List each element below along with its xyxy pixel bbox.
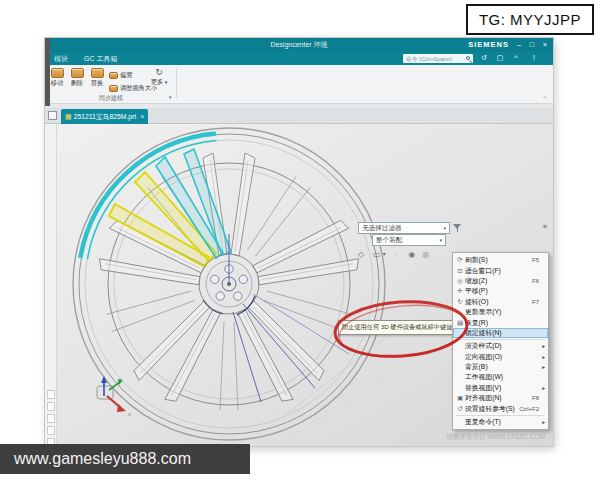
rectangle-select-dropdown-icon[interactable]: ▾ — [383, 249, 386, 260]
menu-shortcut: F6 — [532, 278, 539, 284]
replace-face-icon — [91, 68, 104, 78]
menu-shortcut: Ctrl+F2 — [519, 406, 539, 412]
pan-icon: ✛ — [455, 287, 465, 295]
menu-label: 重复命令(T) — [465, 417, 536, 427]
menu-label: 缩放(Z) — [465, 276, 529, 286]
tab-module[interactable]: 模块 — [49, 52, 73, 65]
chevron-down-icon: ▾ — [443, 225, 446, 231]
menu-item-work-view[interactable]: 工作视图(W) — [453, 372, 548, 382]
move-face-label: 移动 — [48, 79, 66, 88]
menu-shortcut: F8 — [532, 395, 539, 401]
submenu-arrow-icon: ▸ — [539, 354, 545, 360]
menu-label: 定向视图(O) — [465, 352, 536, 362]
alert-icon[interactable]: ! — [529, 54, 539, 61]
submenu-arrow-icon: ▸ — [539, 385, 545, 391]
offset-label: 偏置 — [120, 71, 132, 80]
more-icon: ↻ — [149, 67, 169, 78]
menu-item-align-view[interactable]: ▣ 对齐视图(N) F8 — [453, 393, 548, 403]
search-icon — [466, 56, 470, 60]
more-label: 更多 — [151, 78, 163, 85]
menu-item-repeat-command[interactable]: 重复命令(T) ▸ — [453, 417, 548, 427]
sphere-tool-icon-2[interactable]: ◎ — [422, 249, 429, 260]
menu-label: 旋转(O) — [465, 297, 529, 307]
orientation-triad[interactable]: x — [97, 376, 131, 417]
move-face-button[interactable]: 移动 — [48, 67, 66, 97]
menu-item-set-rotation-reference[interactable]: ↺ 设置旋转参考(S) Ctrl+F2 — [453, 403, 548, 413]
app-window: Designcenter 环境 SIEMENS – □ × 模块 GC 工具箱 … — [45, 38, 553, 446]
menu-label: 背景(B) — [465, 362, 536, 372]
filter-icon[interactable] — [452, 222, 462, 234]
delete-face-button[interactable]: 删除 — [68, 67, 86, 97]
history-icon[interactable]: ↺ — [479, 54, 489, 62]
close-button[interactable]: × — [539, 39, 551, 51]
menu-label: 渲染样式(D) — [465, 341, 536, 351]
part-tab-close-icon[interactable]: × — [140, 113, 144, 120]
group-label-synchronous-modeling: 同步建模 — [53, 94, 169, 103]
menu-item-refresh[interactable]: ⟳ 刷新(S) F5 — [453, 255, 548, 265]
part-tab[interactable]: ▦ 251211宝马825M.prt × — [61, 109, 148, 124]
submenu-arrow-icon: ▸ — [539, 364, 545, 370]
separator-dot: · — [396, 249, 399, 260]
menu-label: 对齐视图(N) — [465, 393, 529, 403]
menu-separator — [456, 339, 545, 340]
resource-bar-item[interactable] — [47, 414, 55, 423]
menu-item-orient-view[interactable]: 定向视图(O) ▸ — [453, 352, 548, 362]
fit-window-icon: ⊡ — [455, 267, 465, 275]
menu-item-zoom[interactable]: ◎ 缩放(Z) F6 — [453, 276, 548, 286]
more-button[interactable]: ↻ 更多 ▾ — [149, 67, 169, 87]
menu-shortcut: F7 — [532, 299, 539, 305]
triad-x-label: x — [128, 411, 131, 417]
sphere-tool-icon[interactable]: ◉ — [408, 249, 415, 260]
resize-blend-icon — [109, 85, 118, 92]
delete-face-label: 删除 — [68, 79, 86, 88]
menu-label: 平移(P) — [465, 286, 536, 296]
menu-item-restore[interactable]: ▤ 恢复(R) — [453, 317, 548, 327]
delete-face-icon — [71, 68, 84, 78]
menu-item-fit-window[interactable]: ⊡ 适合窗口(F) — [453, 265, 548, 275]
window-layout-icon[interactable] — [48, 111, 57, 120]
panel-chevron-icon[interactable]: ⌄ — [542, 92, 547, 99]
selection-filter-dropdown[interactable]: 无选择过滤器 ▾ — [358, 222, 450, 234]
minimize-button[interactable]: – — [513, 39, 525, 51]
fullscreen-icon[interactable]: ▢ — [495, 54, 505, 62]
resource-bar-item[interactable] — [47, 426, 55, 435]
menu-item-background[interactable]: 背景(B) ▸ — [453, 362, 548, 372]
ribbon-separator — [176, 68, 177, 98]
maximize-button[interactable]: □ — [526, 39, 538, 51]
menu-item-replace-view[interactable]: 替换视图(V) ▸ — [453, 383, 548, 393]
more-dropdown-icon: ▾ — [165, 79, 168, 85]
page: Designcenter 环境 SIEMENS – □ × 模块 GC 工具箱 … — [0, 0, 600, 480]
ribbon-tab-row: 模块 GC 工具箱 ↺ ▢ ^ ! — [45, 52, 553, 65]
menu-label: 锁定旋转(N) — [465, 328, 536, 338]
align-view-icon: ▣ — [455, 394, 465, 402]
replace-face-button[interactable]: 替换 — [88, 67, 106, 97]
menu-item-lock-rotations[interactable]: 锁定旋转(N) — [453, 328, 548, 338]
collapse-ribbon-icon[interactable]: ^ — [511, 54, 521, 61]
resource-bar-item[interactable] — [47, 390, 55, 399]
replace-face-label: 替换 — [88, 79, 106, 88]
tab-gc-toolbox[interactable]: GC 工具箱 — [79, 52, 122, 65]
menu-item-render-style[interactable]: 渲染样式(D) ▸ — [453, 341, 548, 351]
selection-filter-value: 无选择过滤器 — [362, 224, 402, 233]
offset-icon — [109, 72, 118, 79]
menu-label: 适合窗口(F) — [465, 266, 536, 276]
menu-shortcut: F5 — [532, 257, 539, 263]
restore-icon: ▤ — [455, 319, 465, 327]
resource-bar-item[interactable] — [47, 402, 55, 411]
group-dropdown-icon[interactable]: ▾ — [169, 94, 172, 100]
selection-options-icon[interactable]: ✳ — [542, 223, 548, 231]
graphics-canvas[interactable]: x 无选择过滤器 ▾ 整个装配 ▾ ✳ ◇ ▭ ▾ · ◉ — [57, 124, 553, 446]
rotation-reference-icon: ↺ — [455, 405, 465, 413]
rotate-icon: ↻ — [455, 298, 465, 306]
command-search-input[interactable] — [403, 54, 473, 63]
menu-item-rotate[interactable]: ↻ 旋转(O) F7 — [453, 297, 548, 307]
snap-point-icon[interactable]: ◇ — [358, 249, 364, 260]
selection-scope-dropdown[interactable]: 整个装配 ▾ — [372, 234, 446, 246]
part-tab-bar: ▦ 251211宝马825M.prt × — [45, 108, 553, 124]
menu-item-pan[interactable]: ✛ 平移(P) — [453, 286, 548, 296]
menu-label: 更新显示(Y) — [465, 307, 536, 317]
rectangle-select-icon[interactable]: ▭ — [373, 249, 381, 260]
menu-item-update-display[interactable]: 更新显示(Y) — [453, 307, 548, 317]
move-face-icon — [51, 68, 64, 78]
menu-label: 刷新(S) — [465, 255, 529, 265]
